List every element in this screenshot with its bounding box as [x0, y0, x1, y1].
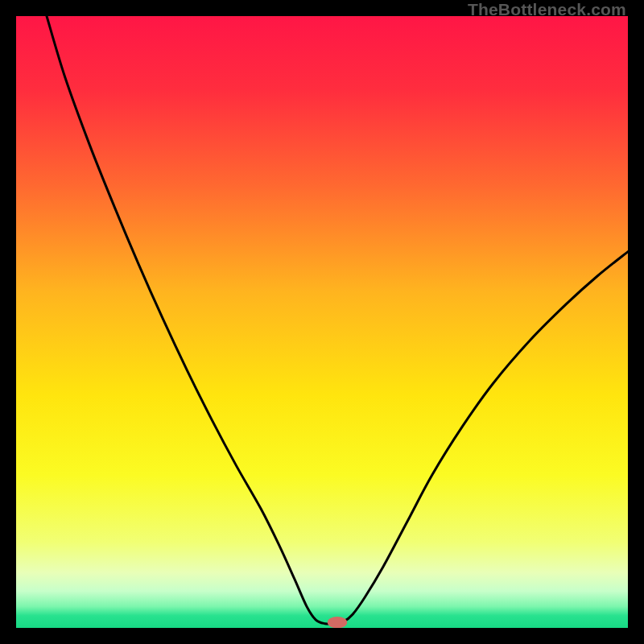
chart-svg [16, 16, 628, 628]
plot-area [16, 16, 628, 628]
optimal-point-marker [328, 617, 347, 628]
chart-frame: TheBottleneck.com [0, 0, 644, 644]
gradient-background [16, 16, 628, 628]
